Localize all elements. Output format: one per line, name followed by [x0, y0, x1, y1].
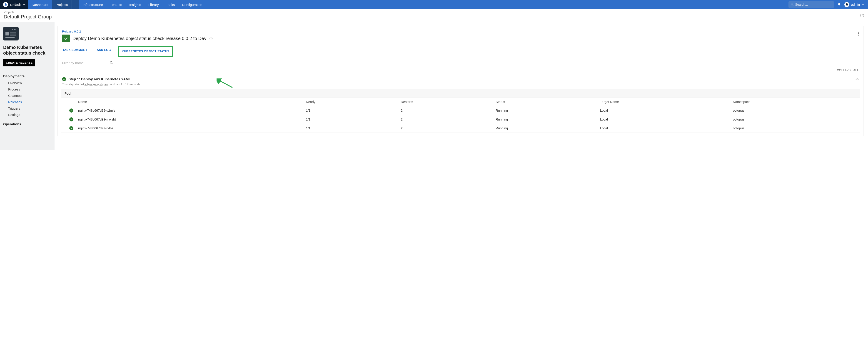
user-menu[interactable]: admin — [844, 2, 864, 7]
layout: Demo Kubernetes object status check CREA… — [0, 22, 868, 150]
space-name: Default — [10, 3, 21, 7]
side-heading-operations[interactable]: Operations — [3, 122, 51, 126]
search-icon — [791, 3, 794, 6]
side-link-releases[interactable]: Releases — [3, 99, 51, 105]
deployment-card: Release 0.0.2 Deploy Demo Kubernetes obj… — [57, 26, 864, 136]
nav-infrastructure[interactable]: Infrastructure — [79, 0, 106, 9]
deploy-title: Deploy Demo Kubernetes object status che… — [72, 36, 206, 41]
help-inline-icon[interactable]: ? — [209, 37, 213, 40]
col-restarts: Restarts — [401, 100, 496, 104]
col-namespace: Namespace — [733, 100, 856, 104]
project-icon — [3, 27, 19, 40]
cell-name: nginx-748c667d99-g2mfs — [78, 109, 306, 112]
cell-restarts: 2 — [401, 118, 496, 121]
collapse-all-button[interactable]: COLLAPSE ALL — [58, 67, 863, 74]
col-name: Name — [78, 100, 306, 104]
cell-name: nginx-748c667d99-mwsbt — [78, 118, 306, 121]
nav-tasks[interactable]: Tasks — [162, 0, 178, 9]
step-meta-suffix: and ran for 17 seconds — [109, 83, 141, 86]
svg-point-8 — [858, 32, 859, 33]
side-link-process[interactable]: Process — [3, 86, 51, 92]
filter-input-wrap[interactable] — [62, 61, 113, 66]
space-switcher[interactable]: Default — [0, 0, 28, 9]
svg-point-10 — [858, 35, 859, 36]
nav-projects-dropdown[interactable] — [71, 0, 79, 9]
table-header-row: Name Ready Restarts Status Target Name N… — [61, 98, 860, 106]
svg-line-13 — [112, 63, 113, 64]
cell-name: nginx-748c667d99-rxlhz — [78, 126, 306, 130]
side-section-operations: Operations — [3, 122, 51, 126]
svg-point-12 — [110, 61, 112, 63]
create-release-button[interactable]: CREATE RELEASE — [3, 59, 35, 66]
topbar-left: Default Dashboard Projects Infrastructur… — [0, 0, 206, 9]
more-menu-icon[interactable] — [858, 32, 859, 36]
breadcrumb-title: Default Project Group — [4, 14, 864, 20]
cell-namespace: octopus — [733, 126, 856, 130]
topbar-right: admin — [788, 0, 868, 9]
cell-target: Local — [600, 109, 733, 112]
cell-status: Running — [496, 126, 600, 130]
check-circle-icon — [62, 77, 66, 81]
chevron-down-icon — [23, 3, 25, 6]
breadcrumb-bar: Projects Default Project Group ? — [0, 9, 868, 22]
nav-tenants[interactable]: Tenants — [106, 0, 126, 9]
side-link-channels[interactable]: Channels — [3, 92, 51, 99]
step-header[interactable]: Step 1: Deploy raw Kubernetes YAML — [58, 74, 863, 82]
cell-status: Running — [496, 118, 600, 121]
row-status-icon — [65, 109, 78, 113]
filter-input[interactable] — [62, 61, 110, 65]
side-section-deployments: Deployments Overview Process Channels Re… — [3, 74, 51, 118]
search-icon — [110, 61, 113, 65]
annotation-highlight: KUBERNETES OBJECT STATUS — [118, 47, 173, 57]
row-status-icon — [65, 126, 78, 130]
svg-text:?: ? — [861, 14, 863, 17]
svg-point-0 — [5, 3, 7, 5]
side-link-triggers[interactable]: Triggers — [3, 105, 51, 112]
table-row[interactable]: nginx-748c667d99-mwsbt 1/1 2 Running Loc… — [61, 115, 860, 124]
nav-dashboard[interactable]: Dashboard — [28, 0, 52, 9]
bell-icon[interactable] — [837, 2, 841, 7]
side-link-overview[interactable]: Overview — [3, 80, 51, 86]
user-name: admin — [851, 3, 860, 6]
release-link[interactable]: Release 0.0.2 — [62, 30, 859, 33]
tab-task-log[interactable]: TASK LOG — [95, 47, 111, 54]
table-row[interactable]: nginx-748c667d99-rxlhz 1/1 2 Running Loc… — [61, 124, 860, 133]
main: Release 0.0.2 Deploy Demo Kubernetes obj… — [55, 22, 868, 150]
svg-point-9 — [858, 33, 859, 34]
cell-target: Local — [600, 118, 733, 121]
col-target: Target Name — [600, 100, 733, 104]
help-icon[interactable]: ? — [860, 13, 864, 18]
avatar-icon — [844, 2, 849, 7]
nav-insights[interactable]: Insights — [126, 0, 145, 9]
search-box[interactable] — [788, 1, 834, 8]
table-row[interactable]: nginx-748c667d99-g2mfs 1/1 2 Running Loc… — [61, 106, 860, 115]
cell-ready: 1/1 — [306, 126, 401, 130]
cell-ready: 1/1 — [306, 109, 401, 112]
pod-table: Pod Name Ready Restarts Status Target Na… — [61, 89, 860, 133]
tabs: TASK SUMMARY TASK LOG KUBERNETES OBJECT … — [58, 42, 863, 57]
cell-ready: 1/1 — [306, 118, 401, 121]
search-input[interactable] — [795, 3, 832, 6]
side-heading-deployments[interactable]: Deployments — [3, 74, 51, 78]
nav-projects[interactable]: Projects — [52, 0, 71, 9]
col-status: Status — [496, 100, 600, 104]
topbar: Default Dashboard Projects Infrastructur… — [0, 0, 868, 9]
project-title: Demo Kubernetes object status check — [3, 45, 51, 56]
card-header: Release 0.0.2 Deploy Demo Kubernetes obj… — [58, 26, 863, 42]
success-status-icon — [62, 34, 70, 42]
step-meta-prefix: This step started — [62, 83, 85, 86]
svg-text:?: ? — [210, 37, 212, 39]
chevron-up-icon[interactable] — [856, 78, 859, 81]
filter-row — [58, 57, 863, 67]
cell-restarts: 2 — [401, 109, 496, 112]
tab-kubernetes-object-status[interactable]: KUBERNETES OBJECT STATUS — [121, 48, 170, 55]
step-meta-time: a few seconds ago — [85, 83, 109, 86]
nav-configuration[interactable]: Configuration — [178, 0, 206, 9]
pod-group-header: Pod — [61, 89, 860, 98]
side-link-settings[interactable]: Settings — [3, 112, 51, 118]
tab-task-summary[interactable]: TASK SUMMARY — [62, 47, 88, 54]
nav-library[interactable]: Library — [145, 0, 162, 9]
cell-namespace: octopus — [733, 118, 856, 121]
breadcrumb-parent[interactable]: Projects — [4, 10, 864, 14]
cell-namespace: octopus — [733, 109, 856, 112]
